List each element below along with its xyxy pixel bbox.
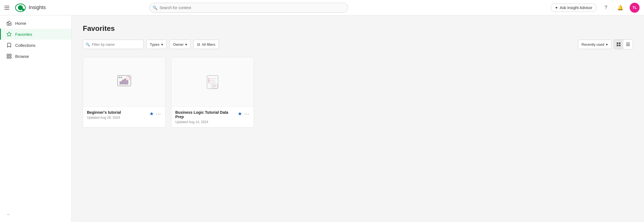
svg-rect-11 (619, 42, 621, 44)
filter-by-name-input[interactable] (83, 40, 144, 49)
favorite-card-1[interactable]: Beginner's tutorial Updated Aug 28, 2024… (83, 57, 166, 128)
all-filters-label: All filters (202, 42, 215, 47)
notifications-button[interactable]: 🔔 (615, 3, 625, 13)
owner-label: Owner (173, 42, 184, 47)
svg-marker-5 (7, 32, 12, 36)
card-1-actions: ★ ··· (149, 110, 161, 117)
card-1-more-button[interactable]: ··· (155, 110, 161, 117)
sidebar-item-collections-label: Collections (15, 43, 35, 48)
favorite-card-2[interactable]: Business Logic Tutorial Data Prep Update… (171, 57, 254, 128)
collapse-icon: ← (7, 212, 10, 216)
browse-icon (6, 53, 12, 59)
card-2-actions: ★ ··· (237, 110, 250, 117)
svg-rect-21 (120, 82, 121, 84)
card-2-info: Business Logic Tutorial Data Prep Update… (175, 110, 235, 124)
ask-advisor-label: Ask Insight Advisor (560, 6, 592, 10)
help-button[interactable]: ? (601, 3, 611, 13)
search-icon: 🔍 (153, 6, 157, 10)
svg-rect-16 (626, 45, 630, 46)
svg-point-20 (121, 77, 122, 78)
svg-rect-6 (7, 54, 9, 56)
sidebar-item-collections[interactable]: Collections (0, 40, 71, 51)
sparkle-icon: ✦ (555, 6, 558, 10)
chevron-down-icon: ▾ (161, 42, 163, 47)
sidebar-item-favorites-label: Favorites (15, 32, 32, 37)
qlik-logo-icon (14, 3, 26, 12)
logo-container: Insights (14, 3, 46, 12)
help-icon: ? (605, 5, 607, 10)
svg-rect-22 (122, 80, 124, 84)
nav-left: Insights (4, 3, 46, 12)
sort-dropdown-button[interactable]: Recently used ▾ (578, 40, 611, 49)
svg-rect-33 (208, 82, 209, 83)
svg-rect-4 (9, 24, 11, 25)
svg-rect-23 (124, 79, 126, 84)
card-2-star-button[interactable]: ★ (237, 110, 243, 117)
bookmark-icon (6, 42, 12, 48)
svg-rect-13 (619, 45, 621, 46)
svg-rect-10 (617, 42, 618, 44)
star-icon (6, 31, 12, 37)
svg-rect-9 (7, 57, 9, 58)
hamburger-menu-button[interactable] (4, 4, 11, 11)
sidebar-item-home[interactable]: Home (0, 18, 71, 29)
cards-grid: Beginner's tutorial Updated Aug 28, 2024… (83, 57, 633, 128)
toolbar: 🔍 Types ▾ Owner ▾ ⊟ All filters Recently… (83, 39, 633, 49)
collapse-sidebar-button[interactable]: ← (4, 210, 13, 219)
card-2-footer: Business Logic Tutorial Data Prep Update… (171, 107, 254, 127)
card-2-more-button[interactable]: ··· (244, 110, 250, 117)
filter-input-wrap: 🔍 (83, 40, 144, 49)
types-dropdown-button[interactable]: Types ▾ (146, 40, 167, 49)
sidebar-item-favorites[interactable]: Favorites (0, 29, 71, 40)
svg-rect-12 (617, 45, 618, 46)
filter-icon-2: ⊟ (197, 42, 200, 47)
card-2-thumbnail (171, 57, 254, 107)
card-2-title: Business Logic Tutorial Data Prep (175, 110, 235, 119)
card-1-title: Beginner's tutorial (87, 110, 147, 115)
svg-rect-15 (626, 44, 630, 45)
app-title: Insights (29, 5, 46, 10)
svg-rect-8 (10, 57, 11, 58)
sidebar-item-home-label: Home (15, 21, 26, 26)
svg-rect-24 (126, 80, 128, 84)
user-avatar[interactable]: TL (630, 3, 640, 13)
ask-advisor-button[interactable]: ✦ Ask Insight Advisor (551, 4, 597, 12)
svg-point-19 (119, 77, 120, 78)
svg-rect-32 (208, 80, 209, 81)
sidebar-item-browse[interactable]: Browse (0, 51, 71, 62)
card-1-meta: Updated Aug 28, 2024 (87, 116, 147, 120)
search-input[interactable] (149, 3, 348, 13)
owner-dropdown-button[interactable]: Owner ▾ (169, 40, 191, 49)
sidebar-item-browse-label: Browse (15, 54, 29, 59)
toolbar-right: Recently used ▾ (578, 39, 633, 49)
card-2-meta: Updated Aug 14, 2024 (175, 120, 235, 124)
card-1-info: Beginner's tutorial Updated Aug 28, 2024 (87, 110, 147, 120)
sidebar-bottom: ← (0, 207, 71, 222)
script-app-icon (204, 74, 221, 90)
card-1-thumbnail (83, 57, 165, 107)
chevron-down-icon-2: ▾ (185, 42, 187, 47)
sidebar: Home Favorites Collections (0, 15, 72, 222)
page-title: Favorites (83, 24, 633, 33)
sidebar-nav: Home Favorites Collections (0, 15, 71, 64)
svg-rect-7 (10, 54, 11, 56)
svg-point-2 (22, 9, 24, 11)
filter-search-icon: 🔍 (86, 42, 90, 47)
top-navigation: Insights 🔍 ✦ Ask Insight Advisor ? 🔔 TL (0, 0, 644, 15)
chart-app-icon (116, 74, 132, 90)
grid-view-button[interactable] (614, 40, 623, 49)
sort-label: Recently used (582, 42, 604, 47)
search-bar: 🔍 (149, 3, 348, 13)
view-toggle (614, 39, 633, 49)
nav-right: ✦ Ask Insight Advisor ? 🔔 TL (551, 3, 640, 13)
list-view-button[interactable] (623, 40, 633, 49)
card-1-star-button[interactable]: ★ (149, 110, 154, 117)
main-content: Favorites 🔍 Types ▾ Owner ▾ ⊟ All filter… (72, 15, 644, 222)
card-1-footer: Beginner's tutorial Updated Aug 28, 2024… (83, 107, 165, 123)
all-filters-button[interactable]: ⊟ All filters (194, 40, 219, 49)
bell-icon: 🔔 (617, 5, 623, 11)
svg-rect-14 (626, 43, 630, 43)
svg-rect-31 (208, 78, 209, 79)
svg-rect-34 (212, 84, 218, 88)
home-icon (6, 20, 12, 26)
